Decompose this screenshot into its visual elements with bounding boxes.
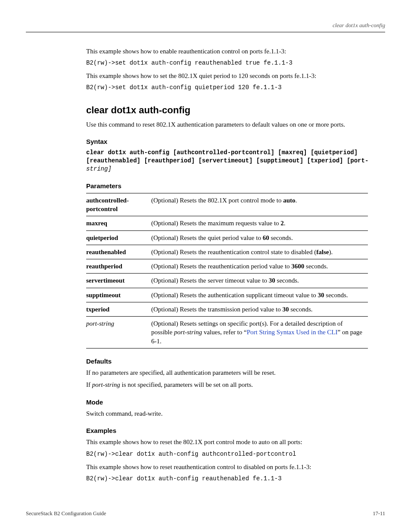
command-desc: Use this command to reset 802.1X authent…: [86, 120, 368, 129]
parameters-heading: Parameters: [86, 182, 368, 190]
defaults-line-2-post: is not specified, parameters will be set…: [120, 381, 253, 388]
parameters-table: authcontrolled-portcontrol(Optional) Res…: [86, 193, 368, 348]
param-row: servertimeout(Optional) Resets the serve…: [86, 274, 368, 288]
header-rule: [26, 32, 385, 32]
param-desc: (Optional) Resets settings on specific p…: [151, 317, 368, 348]
param-row: supptimeout(Optional) Resets the authent…: [86, 288, 368, 302]
syntax-heading: Syntax: [86, 137, 368, 146]
port-string-syntax-link[interactable]: Port String Syntax Used in the CLI: [247, 329, 338, 336]
mode-text: Switch command, read-write.: [86, 409, 368, 418]
examples-ex1-code: B2(rw)->clear dot1x auth-config authcont…: [86, 450, 368, 458]
param-row: txperiod(Optional) Resets the transmissi…: [86, 302, 368, 316]
running-head: clear dot1x auth-config: [26, 22, 385, 29]
param-name: port-string: [86, 317, 151, 348]
param-row: port-string(Optional) Resets settings on…: [86, 317, 368, 348]
param-name: quietperiod: [86, 230, 151, 245]
mode-heading: Mode: [86, 398, 368, 407]
param-desc: (Optional) Resets the reauthentication p…: [151, 259, 368, 274]
syntax-line-3: string]: [86, 165, 112, 172]
param-row: maxreq(Optional) Resets the maximum requ…: [86, 216, 368, 230]
param-name: txperiod: [86, 302, 151, 316]
param-desc: (Optional) Resets the authentication sup…: [151, 288, 368, 302]
defaults-line-1: If no parameters are specified, all auth…: [86, 368, 368, 377]
command-title: clear dot1x auth-config: [86, 104, 368, 117]
content-area: This example shows how to enable reauthe…: [86, 47, 368, 483]
page: clear dot1x auth-config This example sho…: [0, 0, 411, 532]
param-row: reauthperiod(Optional) Resets the reauth…: [86, 259, 368, 274]
intro-ex3-text: This example shows how to set the 802.1X…: [86, 72, 368, 80]
param-name: servertimeout: [86, 274, 151, 288]
param-row: authcontrolled-portcontrol(Optional) Res…: [86, 193, 368, 216]
defaults-line-2-italic: port-string: [92, 381, 120, 388]
intro-ex3-code: B2(rw)->set dot1x auth-config quietperio…: [86, 84, 368, 92]
examples-heading: Examples: [86, 426, 368, 435]
param-desc: (Optional) Resets the 802.1X port contro…: [151, 193, 368, 216]
defaults-line-2-pre: If: [86, 381, 92, 388]
intro-ex2-code: B2(rw)->set dot1x auth-config reauthenab…: [86, 59, 368, 67]
param-name: reauthenabled: [86, 245, 151, 259]
defaults-line-2: If port-string is not specified, paramet…: [86, 380, 368, 389]
param-desc: (Optional) Resets the transmission perio…: [151, 302, 368, 316]
footer-right: 17-11: [373, 510, 385, 517]
param-desc: (Optional) Resets the quiet period value…: [151, 230, 368, 245]
defaults-heading: Defaults: [86, 357, 368, 366]
param-row: reauthenabled(Optional) Resets the reaut…: [86, 245, 368, 259]
syntax-code: clear dot1x auth-config [authcontrolled-…: [86, 149, 368, 173]
intro-ex2-text: This example shows how to enable reauthe…: [86, 47, 368, 56]
param-name: supptimeout: [86, 288, 151, 302]
footer: SecureStack B2 Configuration Guide 17-11: [26, 510, 385, 517]
examples-ex1-text: This example shows how to reset the 802.…: [86, 438, 368, 446]
footer-left: SecureStack B2 Configuration Guide: [26, 510, 106, 517]
examples-ex2-code: B2(rw)->clear dot1x auth-config reauthen…: [86, 475, 368, 483]
param-desc: (Optional) Resets the reauthentication c…: [151, 245, 368, 259]
syntax-line-1: clear dot1x auth-config [authcontrolled-…: [86, 149, 358, 156]
param-row: quietperiod(Optional) Resets the quiet p…: [86, 230, 368, 245]
param-name: reauthperiod: [86, 259, 151, 274]
examples-ex2-text: This example shows how to reset reauthen…: [86, 463, 368, 471]
param-desc: (Optional) Resets the maximum requests v…: [151, 216, 368, 230]
param-name: maxreq: [86, 216, 151, 230]
param-name: authcontrolled-portcontrol: [86, 193, 151, 216]
param-desc: (Optional) Resets the server timeout val…: [151, 274, 368, 288]
syntax-line-2: [reauthenabled] [reauthperiod] [serverti…: [86, 157, 368, 164]
